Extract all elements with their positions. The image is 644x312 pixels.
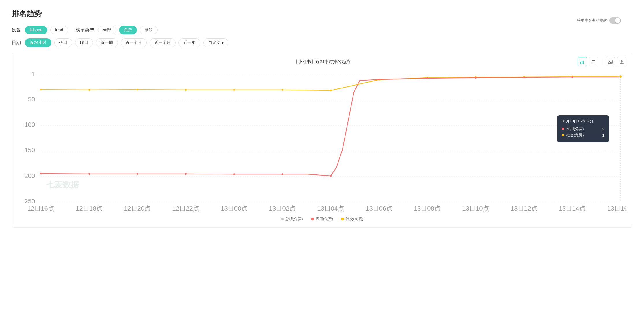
chart-legend: 总榜(免费) 应用(免费) 社交(免费) [18,216,626,222]
svg-rect-5 [592,63,595,63]
social-line [41,77,621,90]
svg-rect-6 [608,60,612,64]
svg-point-58 [571,76,573,78]
svg-point-53 [330,175,332,177]
svg-point-34 [40,89,42,90]
chart-area: 【小红书】近24小时排名趋势 [12,53,632,228]
date-week-btn[interactable]: 近一周 [96,38,118,47]
legend-total-dot [281,218,284,220]
svg-point-49 [137,173,138,175]
legend-social-label: 社交(免费) [346,216,363,222]
svg-text:13日14点: 13日14点 [559,205,586,212]
chart-header: 【小红书】近24小时排名趋势 [18,59,626,64]
date-custom-btn[interactable]: 自定义 ▾ [203,38,228,47]
svg-point-37 [185,89,187,91]
svg-text:13日02点: 13日02点 [269,205,296,212]
svg-point-61 [619,75,622,78]
svg-point-52 [281,173,283,175]
chart-wrapper: .grid-line { stroke: #e8e8e8; stroke-wid… [18,69,626,213]
legend-app: 应用(免费) [311,216,333,222]
date-year-btn[interactable]: 近一年 [178,38,200,47]
date-month-btn[interactable]: 近一个月 [121,38,147,47]
alert-toggle-switch[interactable] [609,17,621,24]
legend-social-dot [341,218,344,220]
svg-rect-2 [583,61,584,64]
legend-app-dot [311,218,314,220]
chart-type-bestseller-btn[interactable]: 畅销 [140,26,158,34]
svg-point-40 [330,90,332,91]
svg-text:12日16点: 12日16点 [27,205,54,212]
svg-text:12日20点: 12日20点 [124,205,151,212]
svg-point-38 [233,89,235,91]
svg-text:13日04点: 13日04点 [317,205,344,212]
chart-title: 【小红书】近24小时排名趋势 [294,59,351,64]
svg-point-48 [88,173,90,175]
svg-text:13日10点: 13日10点 [462,205,489,212]
date-label: 日期 [12,40,21,46]
svg-point-54 [378,79,380,80]
legend-total: 总榜(免费) [281,216,303,222]
svg-text:1: 1 [31,70,35,78]
chart-svg: .grid-line { stroke: #e8e8e8; stroke-wid… [18,69,626,213]
date-yesterday-btn[interactable]: 昨日 [75,38,93,47]
legend-social: 社交(免费) [341,216,363,222]
svg-text:50: 50 [28,96,35,103]
chart-list-btn[interactable] [589,57,598,66]
chevron-down-icon: ▾ [222,40,224,45]
svg-rect-3 [592,60,595,61]
date-3months-btn[interactable]: 近三个月 [150,38,176,47]
svg-text:200: 200 [24,172,35,179]
legend-total-label: 总榜(免费) [285,216,303,222]
svg-text:100: 100 [24,121,35,128]
svg-point-35 [88,89,90,91]
device-label: 设备 [12,27,21,33]
date-today-btn[interactable]: 今日 [54,38,72,47]
svg-point-56 [475,77,477,79]
svg-rect-1 [582,61,582,64]
alert-label: 榜单排名变动提醒 [577,18,607,23]
device-filter-row: 设备 iPhone iPad 榜单类型 全部 免费 畅销 [12,26,632,34]
chart-type-label: 榜单类型 [76,27,94,33]
svg-point-50 [185,173,187,175]
svg-point-55 [426,77,428,79]
date-filter-row: 日期 近24小时 今日 昨日 近一周 近一个月 近三个月 近一年 自定义 ▾ [12,38,632,47]
chart-image-btn[interactable] [606,57,615,66]
svg-point-47 [40,173,42,174]
svg-point-7 [609,61,610,62]
svg-text:13日00点: 13日00点 [221,205,247,212]
svg-point-36 [137,89,138,90]
svg-text:13日08点: 13日08点 [414,205,441,212]
app-line [41,77,621,176]
svg-text:250: 250 [24,198,35,205]
svg-rect-0 [580,62,581,64]
alert-toggle-area: 榜单排名变动提醒 [577,17,621,24]
svg-text:150: 150 [24,146,35,154]
device-iphone-btn[interactable]: iPhone [25,26,47,34]
chart-actions [578,57,626,66]
svg-text:13日12点: 13日12点 [511,205,537,212]
chart-bar-btn[interactable] [578,57,587,66]
date-24h-btn[interactable]: 近24小时 [25,38,51,47]
chart-type-free-btn[interactable]: 免费 [119,26,137,34]
device-ipad-btn[interactable]: iPad [50,26,68,34]
svg-text:12日18点: 12日18点 [76,205,103,212]
svg-text:13日06点: 13日06点 [366,205,392,212]
svg-text:13日16点: 13日16点 [607,205,626,212]
page-title: 排名趋势 [12,9,632,19]
svg-text:12日22点: 12日22点 [172,205,199,212]
svg-point-39 [281,89,283,91]
chart-type-all-btn[interactable]: 全部 [98,26,116,34]
svg-point-57 [523,77,525,78]
chart-download-btn[interactable] [617,57,626,66]
svg-point-51 [233,173,235,175]
svg-rect-4 [592,62,595,62]
legend-app-label: 应用(免费) [316,216,333,222]
